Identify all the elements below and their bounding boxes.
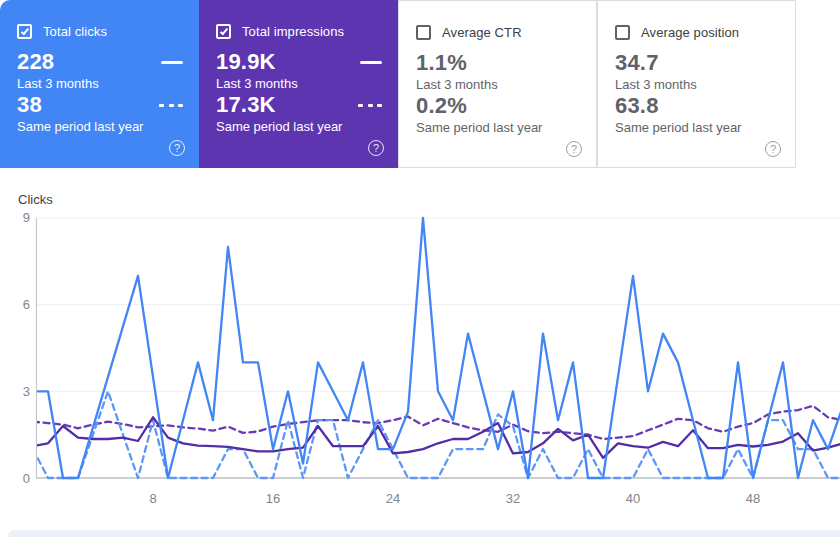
next-section-top-edge: [8, 530, 840, 537]
x-tick-label-8: 8: [149, 491, 156, 506]
x-tick-label-40: 40: [626, 491, 640, 506]
y-tick-label-9: 9: [23, 210, 30, 225]
series-line-0-current-period[interactable]: [33, 218, 840, 478]
series-line-1-previous-period[interactable]: [33, 391, 840, 478]
y-tick-label-3: 3: [23, 384, 30, 399]
y-tick-label-0: 0: [23, 471, 30, 486]
x-tick-label-48: 48: [746, 491, 760, 506]
y-tick-label-6: 6: [23, 297, 30, 312]
x-tick-label-32: 32: [506, 491, 520, 506]
clicks-line-chart[interactable]: 963081624324048: [0, 0, 840, 537]
x-tick-label-24: 24: [386, 491, 400, 506]
search-console-performance-page: Total clicks 228 Last 3 months 38 Same p…: [0, 0, 840, 537]
x-tick-label-16: 16: [266, 491, 280, 506]
